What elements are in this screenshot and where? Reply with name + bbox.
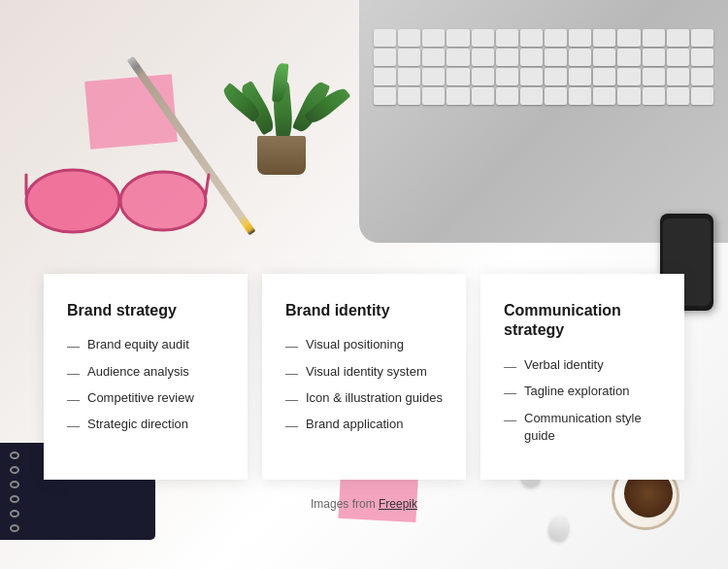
content-overlay: Brand strategy — Brand equity audit — Au… xyxy=(0,0,728,569)
brand-identity-item-4: — Brand application xyxy=(285,416,443,434)
brand-strategy-item-3: — Competitive review xyxy=(67,389,224,408)
brand-identity-item-4-text: Brand application xyxy=(306,416,403,433)
brand-strategy-item-1-text: Brand equity audit xyxy=(87,336,189,353)
brand-identity-item-1: — Visual positioning xyxy=(285,336,443,354)
brand-identity-item-2-text: Visual identity system xyxy=(306,363,427,381)
dash-7: — xyxy=(285,390,298,408)
brand-identity-item-3: — Icon & illustration guides xyxy=(285,389,443,408)
communication-strategy-item-3-text: Communication style guide xyxy=(524,410,661,445)
footer-text-before: Images from xyxy=(311,497,379,511)
footer: Images from Freepik xyxy=(0,497,728,511)
brand-strategy-item-1: — Brand equity audit xyxy=(67,336,224,354)
dash-8: — xyxy=(285,417,298,434)
dash-1: — xyxy=(67,337,80,354)
brand-strategy-item-3-text: Competitive review xyxy=(87,389,194,407)
brand-identity-item-3-text: Icon & illustration guides xyxy=(306,389,443,407)
dash-9: — xyxy=(504,357,516,375)
communication-strategy-item-2-text: Tagline exploration xyxy=(524,383,629,400)
communication-strategy-item-1-text: Verbal identity xyxy=(524,356,604,374)
brand-strategy-item-4-text: Strategic direction xyxy=(87,416,188,433)
brand-strategy-title: Brand strategy xyxy=(67,301,224,321)
brand-identity-item-1-text: Visual positioning xyxy=(306,336,404,353)
brand-identity-title: Brand identity xyxy=(285,301,443,321)
brand-strategy-item-2: — Audience analysis xyxy=(67,363,224,382)
brand-strategy-card: Brand strategy — Brand equity audit — Au… xyxy=(44,274,248,480)
dash-11: — xyxy=(504,411,516,428)
brand-identity-card: Brand identity — Visual positioning — Vi… xyxy=(262,274,466,480)
communication-strategy-item-1: — Verbal identity xyxy=(504,356,661,375)
communication-strategy-item-3: — Communication style guide xyxy=(504,410,661,445)
brand-strategy-item-4: — Strategic direction xyxy=(67,416,224,434)
dash-2: — xyxy=(67,364,80,382)
communication-strategy-title: Communication strategy xyxy=(504,301,661,342)
brand-strategy-item-2-text: Audience analysis xyxy=(87,363,189,381)
communication-strategy-card: Communication strategy — Verbal identity… xyxy=(480,274,684,480)
footer-freepik-link[interactable]: Freepik xyxy=(379,497,417,511)
dash-4: — xyxy=(67,417,80,434)
dash-6: — xyxy=(285,364,298,382)
dash-3: — xyxy=(67,390,80,408)
brand-identity-item-2: — Visual identity system xyxy=(285,363,443,382)
communication-strategy-item-2: — Tagline exploration xyxy=(504,383,661,401)
cards-container: Brand strategy — Brand equity audit — Au… xyxy=(0,274,728,480)
dash-10: — xyxy=(504,384,516,401)
dash-5: — xyxy=(285,337,298,354)
